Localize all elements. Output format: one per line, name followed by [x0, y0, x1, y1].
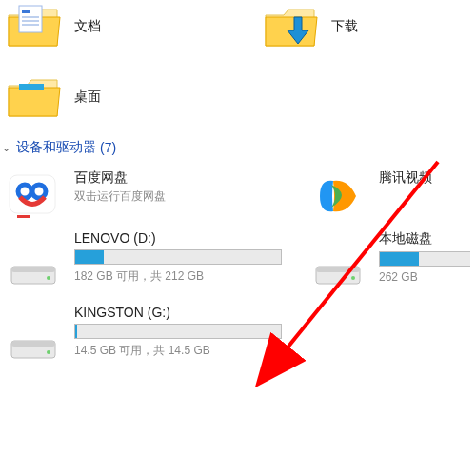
drive-icon: [6, 248, 61, 293]
drive-capacity-bar: [379, 251, 470, 267]
svg-point-15: [351, 276, 355, 280]
svg-point-18: [47, 350, 50, 354]
device-subtitle: 双击运行百度网盘: [74, 188, 299, 205]
folder-label: 文档: [74, 18, 101, 35]
svg-rect-11: [11, 267, 55, 272]
svg-rect-17: [11, 341, 55, 347]
drive-status: 182 GB 可用，共 212 GB: [74, 268, 299, 285]
device-tencent-video[interactable]: 腾讯视频: [305, 164, 476, 225]
drive-status: 262 GB: [379, 270, 470, 284]
section-title: 设备和驱动器: [16, 139, 96, 156]
svg-rect-1: [22, 10, 30, 13]
svg-rect-5: [19, 84, 44, 90]
drive-title: 本地磁盘: [379, 230, 470, 248]
svg-rect-14: [316, 267, 360, 272]
folder-label: 桌面: [74, 89, 101, 106]
drive-localdisk[interactable]: 本地磁盘 262 GB: [305, 225, 476, 299]
svg-point-12: [47, 276, 50, 280]
section-count: (7): [100, 140, 116, 155]
drive-capacity-fill: [75, 325, 77, 338]
drive-status: 14.5 GB 可用，共 14.5 GB: [74, 343, 299, 359]
drive-capacity-bar: [74, 249, 282, 265]
folder-downloads-icon: [263, 4, 320, 50]
folder-documents[interactable]: 文档: [0, 0, 248, 53]
drive-capacity-bar: [74, 324, 282, 339]
baidu-netdisk-icon: [6, 173, 61, 219]
folder-documents-icon: [6, 4, 63, 50]
folder-desktop[interactable]: 桌面: [0, 70, 248, 124]
drive-capacity-fill: [380, 252, 419, 266]
drive-lenovo-d[interactable]: LENOVO (D:) 182 GB 可用，共 212 GB: [0, 225, 305, 299]
drive-icon: [6, 322, 61, 367]
devices-section-header[interactable]: ⌄ 设备和驱动器 (7): [2, 139, 476, 156]
device-title: 百度网盘: [74, 169, 299, 187]
folder-desktop-icon: [6, 74, 63, 120]
folder-downloads[interactable]: 下载: [257, 0, 447, 53]
svg-rect-9: [17, 215, 30, 218]
drive-capacity-fill: [75, 250, 104, 264]
device-title: 腾讯视频: [379, 169, 470, 187]
tencent-video-icon: [310, 173, 366, 219]
device-baidu-netdisk[interactable]: 百度网盘 双击运行百度网盘: [0, 164, 305, 225]
drive-title: LENOVO (D:): [74, 230, 299, 246]
drive-icon: [310, 248, 366, 293]
chevron-down-icon: ⌄: [2, 142, 10, 154]
folder-label: 下载: [331, 18, 358, 35]
drive-title: KINGSTON (G:): [74, 305, 299, 320]
drive-kingston-g[interactable]: KINGSTON (G:) 14.5 GB 可用，共 14.5 GB: [0, 299, 305, 373]
